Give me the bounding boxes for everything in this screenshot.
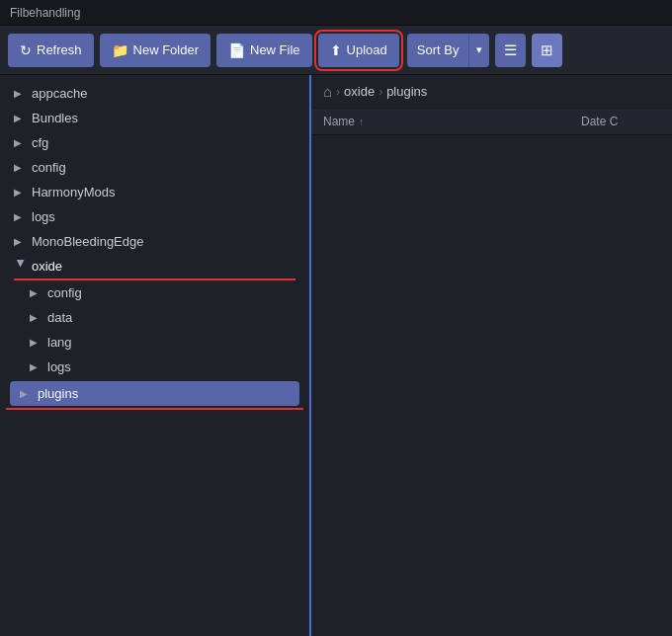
breadcrumb-plugins[interactable]: plugins xyxy=(386,84,427,99)
breadcrumb-sep-1: › xyxy=(336,85,340,99)
tree-arrow-monobleedingedge: ▶ xyxy=(14,236,28,247)
tree-arrow-harmonymods: ▶ xyxy=(14,187,28,198)
tree-arrow-oxide-plugins: ▶ xyxy=(20,388,34,399)
sidebar-item-oxide-data[interactable]: ▶ data xyxy=(0,305,309,330)
upload-button[interactable]: ⬆ Upload xyxy=(318,34,399,67)
grid-view-button[interactable]: ⊞ xyxy=(532,34,562,67)
sort-by-label: Sort By xyxy=(417,42,460,57)
breadcrumb-sep-2: › xyxy=(378,85,382,99)
sidebar-item-oxide-lang[interactable]: ▶ lang xyxy=(0,330,309,355)
sidebar-item-label: config xyxy=(32,160,66,175)
sidebar-item-cfg[interactable]: ▶ cfg xyxy=(0,130,309,155)
sidebar-item-oxide[interactable]: ▶ oxide xyxy=(0,254,309,278)
sidebar-item-label: logs xyxy=(32,209,55,224)
sidebar-item-label: MonoBleedingEdge xyxy=(32,234,143,249)
new-folder-icon: 📁 xyxy=(112,42,128,58)
sidebar-item-label: appcache xyxy=(32,86,87,101)
sort-by-group: Sort By ▾ xyxy=(407,34,490,67)
new-file-icon: 📄 xyxy=(228,42,245,58)
sidebar-item-label: plugins xyxy=(38,386,78,401)
new-file-button[interactable]: 📄 New File xyxy=(216,34,312,67)
tree-arrow-oxide: ▶ xyxy=(16,260,27,274)
sidebar-item-label: lang xyxy=(47,335,72,350)
refresh-label: Refresh xyxy=(37,42,82,57)
sidebar-item-label: logs xyxy=(47,359,71,374)
sidebar-item-logs[interactable]: ▶ logs xyxy=(0,204,309,229)
new-folder-label: New Folder xyxy=(133,42,199,57)
sort-by-dropdown-button[interactable]: ▾ xyxy=(468,34,489,67)
sidebar-item-appcache[interactable]: ▶ appcache xyxy=(0,81,309,106)
sidebar-item-label: cfg xyxy=(32,135,48,150)
sidebar-item-label: config xyxy=(47,285,82,300)
tree-arrow-bundles: ▶ xyxy=(14,113,28,123)
refresh-button[interactable]: ↻ Refresh xyxy=(8,34,94,67)
table-header: Name ↑ Date C xyxy=(311,109,672,135)
upload-icon: ⬆ xyxy=(330,42,342,58)
toolbar: ↻ Refresh 📁 New Folder 📄 New File ⬆ Uplo… xyxy=(0,26,672,75)
tree-arrow-config: ▶ xyxy=(14,162,28,173)
sort-asc-icon: ↑ xyxy=(359,117,364,127)
sidebar-item-oxide-plugins[interactable]: ▶ plugins xyxy=(10,381,299,406)
col-date-header[interactable]: Date C xyxy=(581,115,660,128)
tree-arrow-logs: ▶ xyxy=(14,211,28,222)
sidebar-item-oxide-config[interactable]: ▶ config xyxy=(0,280,309,305)
tree-arrow-oxide-data: ▶ xyxy=(30,312,43,323)
sort-by-button[interactable]: Sort By xyxy=(407,34,469,67)
sidebar-item-oxide-logs[interactable]: ▶ logs xyxy=(0,355,309,379)
col-name-label: Name xyxy=(323,115,355,128)
sidebar-item-monobleedingedge[interactable]: ▶ MonoBleedingEdge xyxy=(0,229,309,254)
breadcrumb-oxide[interactable]: oxide xyxy=(344,84,375,99)
content-panel: ⌂ › oxide › plugins Name ↑ Date C xyxy=(311,75,672,636)
file-list-area xyxy=(311,135,672,636)
upload-label: Upload xyxy=(347,42,387,57)
title-bar: Filbehandling xyxy=(0,0,672,26)
new-file-label: New File xyxy=(250,42,300,57)
chevron-down-icon: ▾ xyxy=(476,43,482,56)
sidebar-item-bundles[interactable]: ▶ Bundles xyxy=(0,106,309,130)
sidebar-item-harmonymods[interactable]: ▶ HarmonyMods xyxy=(0,180,309,204)
sidebar-item-label: data xyxy=(47,310,72,325)
home-icon[interactable]: ⌂ xyxy=(323,83,332,100)
grid-view-icon: ⊞ xyxy=(541,41,553,59)
tree-arrow-appcache: ▶ xyxy=(14,88,28,99)
refresh-icon: ↻ xyxy=(20,42,32,58)
tree-arrow-cfg: ▶ xyxy=(14,137,28,148)
tree-arrow-oxide-lang: ▶ xyxy=(30,337,43,348)
title-label: Filbehandling xyxy=(10,6,80,20)
sidebar: ▶ appcache ▶ Bundles ▶ cfg ▶ config ▶ Ha… xyxy=(0,75,311,636)
col-name-header[interactable]: Name ↑ xyxy=(323,115,581,128)
new-folder-button[interactable]: 📁 New Folder xyxy=(100,34,210,67)
sidebar-item-label: Bundles xyxy=(32,111,78,125)
sidebar-item-config[interactable]: ▶ config xyxy=(0,155,309,180)
sidebar-item-label: oxide xyxy=(32,259,62,274)
tree-arrow-oxide-logs: ▶ xyxy=(30,361,43,372)
main-area: ▶ appcache ▶ Bundles ▶ cfg ▶ config ▶ Ha… xyxy=(0,75,672,636)
breadcrumb: ⌂ › oxide › plugins xyxy=(311,75,672,109)
list-view-icon: ☰ xyxy=(504,41,517,59)
sidebar-item-label: HarmonyMods xyxy=(32,185,116,199)
tree-arrow-oxide-config: ▶ xyxy=(30,287,43,298)
col-date-label: Date C xyxy=(581,115,618,128)
list-view-button[interactable]: ☰ xyxy=(495,34,526,67)
